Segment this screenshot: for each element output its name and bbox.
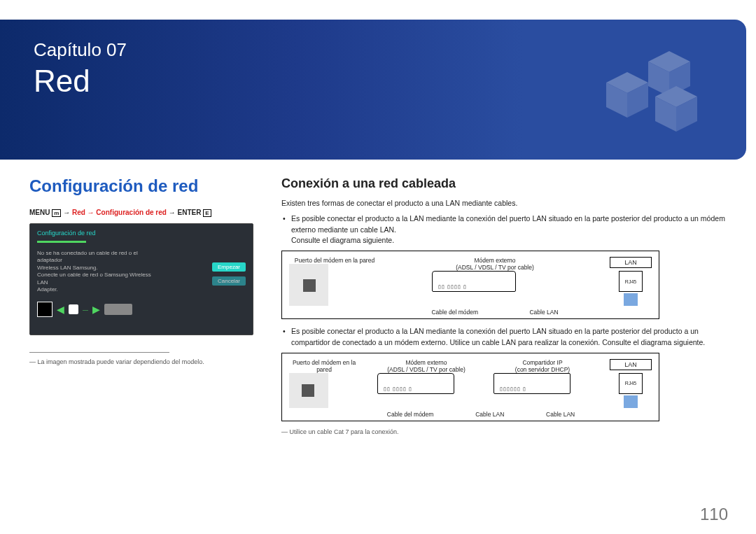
osd-line2: Wireless LAN Samsung. — [37, 265, 98, 271]
cat7-note: ― Utilice un cable Cat 7 para la conexió… — [281, 428, 727, 435]
lan-label: LAN — [610, 359, 652, 370]
diagram-2: Puerto del módem en la pared Módem exter… — [281, 353, 659, 421]
footnote: ― La imagen mostrada puede variar depend… — [29, 358, 253, 365]
modem-label: Módem externo — [432, 257, 558, 264]
footnote-text: La imagen mostrada puede variar dependie… — [38, 358, 204, 365]
menu-prefix: MENU — [29, 209, 50, 216]
osd-diagram: ◀ — ▶ — [37, 302, 246, 317]
cable-label: Cable del módem — [431, 309, 478, 316]
rj45-jack-icon — [624, 293, 638, 306]
lan-port-icon — [37, 302, 52, 317]
rj45-label: RJ45 — [625, 381, 636, 386]
bullet-item: Es posible conectar el producto a la LAN… — [291, 326, 727, 349]
cable-label: Cable LAN — [529, 309, 558, 316]
wall-plate-icon — [289, 373, 328, 408]
osd-screenshot: Configuración de red No se ha conectado … — [29, 223, 253, 335]
modem-sub: (ADSL / VDSL / TV por cable) — [377, 366, 475, 373]
wall-label: Puerto del módem en la pared — [289, 257, 380, 264]
menu-suffix: → ENTER — [167, 209, 201, 216]
dash-icon: — — [83, 307, 88, 313]
rj45-port: RJ45 — [619, 373, 643, 394]
cable-label: Cable LAN — [546, 411, 575, 418]
enter-icon: E — [203, 209, 211, 217]
diagram-1: Puerto del módem en la pared Módem exter… — [281, 251, 659, 319]
router-icon: ▯▯▯▯▯▯ ▯ — [493, 373, 570, 394]
lan-label: LAN — [610, 257, 652, 268]
menu-red: Red → Configuración de red — [72, 209, 167, 216]
cable-label: Cable del módem — [387, 411, 434, 418]
osd-line1: No se ha conectado un cable de red o el … — [37, 250, 138, 263]
router-sub: (con servidor DHCP) — [493, 366, 592, 373]
menu-path: MENU m → Red → Configuración de red → EN… — [29, 209, 253, 216]
osd-progress-bar — [37, 241, 86, 243]
divider — [29, 352, 169, 353]
wall-label: Puerto del módem en la pared — [289, 359, 359, 373]
osd-line3: Conecte un cable de red o Samsung Wirele… — [37, 272, 151, 285]
bullet-item: Es posible conectar el producto a la LAN… — [291, 213, 727, 246]
arrow: → — [63, 209, 72, 216]
modem-icon: ▯▯ ▯▯▯▯ ▯ — [377, 373, 454, 394]
cable-label: Cable LAN — [475, 411, 504, 418]
modem-sub: (ADSL / VDSL / TV por cable) — [432, 264, 558, 271]
subsection-heading: Conexión a una red cableada — [281, 176, 727, 191]
router-label: Compartidor IP — [493, 359, 592, 366]
decorative-cubes — [508, 48, 718, 146]
rj45-jack-icon — [624, 395, 638, 408]
menu-icon: m — [52, 209, 61, 217]
cancel-button[interactable]: Cancelar — [212, 276, 246, 286]
modem-icon: ▯▯ ▯▯▯▯ ▯ — [432, 271, 516, 292]
rj45-label: RJ45 — [625, 279, 636, 284]
arrow-icon: ▶ — [92, 304, 100, 315]
wall-plate-icon — [289, 264, 328, 306]
arrow-icon: ◀ — [57, 304, 64, 315]
cat7-text: Utilice un cable Cat 7 para la conexión. — [290, 428, 399, 435]
cable-plug-icon — [69, 304, 78, 314]
modem-label: Módem externo — [377, 359, 475, 366]
bullet-text: Es posible conectar el producto a la LAN… — [291, 214, 725, 234]
osd-message: No se ha conectado un cable de red o el … — [37, 250, 163, 293]
intro-text: Existen tres formas de conectar el produ… — [281, 198, 727, 209]
adapter-icon — [104, 304, 132, 315]
chapter-header: Capítulo 07 Red — [0, 20, 746, 160]
osd-title: Configuración de red — [37, 230, 246, 237]
osd-line4: Adapter. — [37, 286, 58, 293]
bullet-text: Consulte el diagrama siguiente. — [291, 236, 394, 244]
rj45-port: RJ45 — [619, 271, 643, 292]
page-number: 110 — [700, 505, 728, 524]
start-button[interactable]: Empezar — [212, 262, 246, 272]
section-heading: Configuración de red — [29, 176, 253, 196]
